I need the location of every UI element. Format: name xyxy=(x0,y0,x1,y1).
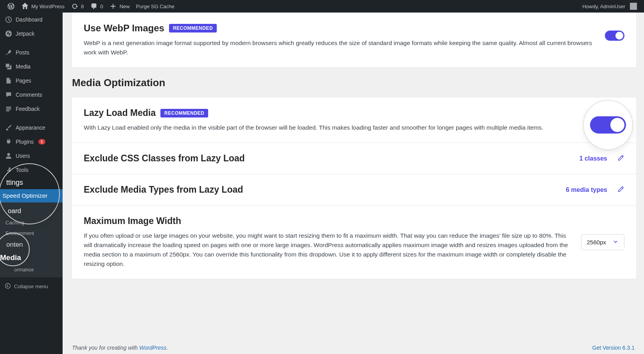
sidebar-label: Appearance xyxy=(16,125,45,131)
sidebar-label: Comments xyxy=(16,92,42,98)
exclude-css-value[interactable]: 1 classes xyxy=(579,155,607,162)
sidebar-item-users[interactable]: Users xyxy=(0,149,63,163)
lazy-load-heading: Lazy Load Media RECOMMENDED xyxy=(84,108,589,118)
comments-link[interactable]: 0 xyxy=(87,0,106,13)
max-width-heading: Maximum Image Width xyxy=(84,216,569,226)
lazy-title: Lazy Load Media xyxy=(84,108,156,118)
home-icon xyxy=(21,2,29,10)
sidebar-partial-text: ttings xyxy=(0,177,63,187)
media-optimization-card: Lazy Load Media RECOMMENDED With Lazy Lo… xyxy=(72,98,636,279)
sidebar-label: Media xyxy=(16,63,31,70)
sidebar-item-media[interactable]: Media xyxy=(0,60,63,74)
site-name-link[interactable]: My WordPress xyxy=(18,0,68,13)
sidebar-sub-caching[interactable]: Caching xyxy=(0,217,63,228)
sidebar-item-dashboard[interactable]: Dashboard xyxy=(0,13,63,27)
webp-toggle[interactable] xyxy=(605,31,624,41)
version-link[interactable]: Get Version 6.3.1 xyxy=(592,345,635,351)
new-label: New xyxy=(119,4,130,9)
sidebar-label: Jetpack xyxy=(16,31,34,37)
brush-icon xyxy=(5,124,13,132)
lazy-load-row: Lazy Load Media RECOMMENDED With Lazy Lo… xyxy=(72,98,636,143)
new-link[interactable]: New xyxy=(106,0,133,13)
main-content: Use WebP Images RECOMMENDED WebP is a ne… xyxy=(63,13,644,354)
wrench-icon xyxy=(5,166,13,174)
sidebar-label: Users xyxy=(16,153,30,159)
max-width-select[interactable]: 2560px xyxy=(581,234,624,250)
media-optimization-title: Media Optimization xyxy=(72,77,636,89)
update-icon xyxy=(71,2,79,10)
sidebar-label: Tools xyxy=(16,167,29,173)
updates-link[interactable]: 8 xyxy=(68,0,87,13)
comments-icon xyxy=(5,91,13,99)
wordpress-icon xyxy=(7,2,15,10)
exclude-css-row: Exclude CSS Classes from Lazy Load 1 cla… xyxy=(72,143,636,174)
user-menu[interactable]: Howdy, AdminUser xyxy=(579,0,640,13)
exclude-css-heading: Exclude CSS Classes from Lazy Load xyxy=(84,153,568,164)
footer: Thank you for creating with WordPress. G… xyxy=(72,345,635,351)
exclude-media-value[interactable]: 6 media types xyxy=(566,186,607,193)
updates-count: 8 xyxy=(81,4,84,9)
user-avatar-icon xyxy=(630,3,637,10)
purge-cache-link[interactable]: Purge SG Cache xyxy=(133,0,177,13)
exclude-media-heading: Exclude Media Types from Lazy Load xyxy=(84,184,554,195)
exclude-media-row: Exclude Media Types from Lazy Load 6 med… xyxy=(72,174,636,205)
users-icon xyxy=(5,152,13,160)
edit-css-button[interactable] xyxy=(617,154,624,163)
admin-sidebar: Dashboard Jetpack Posts Media Pages Comm… xyxy=(0,13,63,354)
plus-icon xyxy=(109,2,117,10)
svg-point-2 xyxy=(5,284,11,289)
webp-description: WebP is a next generation image format s… xyxy=(84,38,593,57)
comment-icon xyxy=(90,2,98,10)
sidebar-item-appearance[interactable]: Appearance xyxy=(0,121,63,135)
sidebar-item-plugins[interactable]: Plugins 5 xyxy=(0,135,63,149)
sidebar-label: Speed Optimizer xyxy=(2,192,47,199)
lazy-description: With Lazy Load enabled only the media in… xyxy=(84,123,589,132)
recommended-badge: RECOMMENDED xyxy=(160,109,208,117)
feedback-icon xyxy=(5,105,13,113)
purge-label: Purge SG Cache xyxy=(136,4,174,9)
sidebar-item-speed-optimizer[interactable]: Speed Optimizer xyxy=(0,189,63,202)
webp-card: Use WebP Images RECOMMENDED WebP is a ne… xyxy=(72,13,636,67)
svg-point-1 xyxy=(7,153,10,156)
sidebar-sub-partial[interactable]: oard xyxy=(0,205,63,217)
footer-left: Thank you for creating with WordPress. xyxy=(72,345,168,351)
site-name: My WordPress xyxy=(31,4,65,9)
sidebar-label: Dashboard xyxy=(16,16,43,23)
webp-heading: Use WebP Images RECOMMENDED xyxy=(84,23,593,34)
max-width-description: If you often upload or use large images … xyxy=(84,231,569,269)
recommended-badge: RECOMMENDED xyxy=(169,24,217,33)
max-width-row: Maximum Image Width If you often upload … xyxy=(72,205,636,279)
edit-media-button[interactable] xyxy=(617,186,624,194)
footer-thanks: Thank you for creating with xyxy=(72,345,139,351)
plugin-icon xyxy=(5,138,13,146)
howdy-text: Howdy, AdminUser xyxy=(582,4,625,9)
sidebar-label: Feedback xyxy=(16,106,40,112)
chevron-down-icon xyxy=(612,238,619,246)
wordpress-link[interactable]: WordPress xyxy=(139,345,166,351)
sidebar-sub-partial[interactable]: onten xyxy=(0,238,63,251)
sidebar-item-pages[interactable]: Pages xyxy=(0,74,63,88)
sidebar-sub-environment[interactable]: Environment xyxy=(0,228,63,238)
pencil-icon xyxy=(617,154,624,161)
wp-logo[interactable] xyxy=(4,0,18,13)
sidebar-label: Plugins xyxy=(16,139,34,145)
pencil-icon xyxy=(617,186,624,193)
admin-bar: My WordPress 8 0 New Purge SG Cache Howd… xyxy=(0,0,644,13)
dashboard-icon xyxy=(5,16,13,23)
sidebar-label: Pages xyxy=(16,78,31,84)
collapse-menu-button[interactable]: Collapse menu xyxy=(0,280,63,293)
footer-period: . xyxy=(166,345,168,351)
sidebar-item-comments[interactable]: Comments xyxy=(0,88,63,102)
sidebar-item-posts[interactable]: Posts xyxy=(0,45,63,60)
jetpack-icon xyxy=(5,30,13,38)
comments-count: 0 xyxy=(100,4,103,9)
sidebar-item-tools[interactable]: Tools xyxy=(0,163,63,177)
sidebar-label: Posts xyxy=(16,49,29,56)
max-width-value: 2560px xyxy=(587,239,606,246)
collapse-icon xyxy=(5,283,11,290)
webp-title: Use WebP Images xyxy=(84,23,164,34)
sidebar-item-jetpack[interactable]: Jetpack xyxy=(0,27,63,41)
sidebar-item-feedback[interactable]: Feedback xyxy=(0,102,63,116)
sidebar-sub-media[interactable]: Media xyxy=(0,251,63,264)
sidebar-sub-partial[interactable]: ormance xyxy=(0,264,63,275)
